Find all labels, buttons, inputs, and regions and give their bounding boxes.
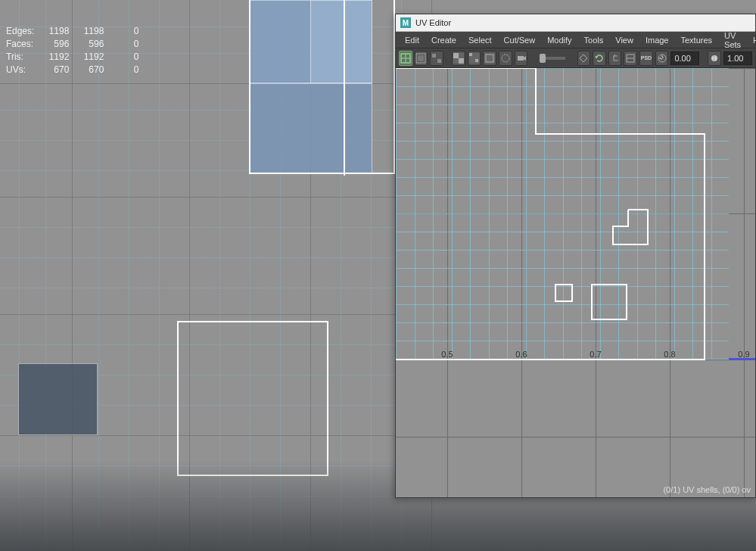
- checker-3-icon[interactable]: [483, 51, 496, 66]
- hud-row: Edges:119811980: [6, 26, 146, 37]
- uv-shell-small-l: [611, 208, 657, 250]
- menu-image[interactable]: Image: [639, 33, 675, 47]
- uv-axis-highlight: [729, 358, 755, 360]
- svg-rect-16: [518, 56, 524, 61]
- uv-status-text: (0/1) UV shells, (0/0) ov: [663, 485, 751, 494]
- uv-axis-tick: 0.8: [664, 350, 675, 359]
- svg-rect-12: [475, 59, 478, 62]
- camera-icon[interactable]: [515, 51, 528, 66]
- svg-point-15: [502, 54, 509, 62]
- refresh-icon[interactable]: [593, 51, 606, 66]
- uv-editor-menubar[interactable]: EditCreateSelectCut/SewModifyToolsViewIm…: [396, 32, 755, 48]
- isolate-icon[interactable]: [577, 51, 591, 66]
- shaded-toggle-icon[interactable]: [499, 51, 512, 66]
- svg-rect-11: [469, 53, 472, 56]
- uv-axis-tick: 0.7: [590, 350, 601, 359]
- uv-editor-title: UV Editor: [415, 18, 451, 27]
- aperture-icon[interactable]: [655, 51, 669, 66]
- uv-editor-toolbar[interactable]: PSD 0.00 1.00: [396, 48, 755, 68]
- checker-2-icon[interactable]: [468, 51, 481, 66]
- menu-textures[interactable]: Textures: [674, 33, 718, 47]
- grid-mode-3-icon[interactable]: [430, 51, 443, 66]
- hud-row: Tris:119211920: [6, 51, 146, 63]
- exposure-value-field[interactable]: 1.00: [723, 51, 752, 65]
- hud-row: Faces:5965960: [6, 39, 146, 50]
- svg-rect-8: [453, 53, 459, 58]
- uv-axis-tick: 0.5: [441, 350, 453, 359]
- svg-rect-9: [459, 58, 464, 64]
- menu-modify[interactable]: Modify: [541, 33, 577, 47]
- menu-tools[interactable]: Tools: [578, 33, 610, 47]
- polycount-hud: Edges:119811980Faces:5965960Tris:1192119…: [0, 0, 152, 91]
- uv-editor-titlebar[interactable]: M UV Editor: [396, 14, 755, 32]
- menu-create[interactable]: Create: [425, 33, 462, 47]
- psd-icon[interactable]: PSD: [639, 51, 653, 66]
- svg-rect-5: [432, 54, 436, 58]
- exposure-icon[interactable]: [708, 51, 721, 66]
- hud-row: UVs:6706700: [6, 64, 146, 76]
- menu-cut-sew[interactable]: Cut/Sew: [498, 33, 542, 47]
- menu-view[interactable]: View: [609, 33, 639, 47]
- svg-marker-17: [524, 56, 526, 61]
- uv-shell-outline: [396, 68, 755, 492]
- uv-canvas[interactable]: 0.5 0.6 0.7 0.8 0.9 (0/1) UV shells, (0/…: [396, 68, 755, 497]
- dim-value-field[interactable]: 0.00: [670, 51, 699, 65]
- undo-icon[interactable]: [608, 51, 622, 66]
- uv-shell-square-big: [591, 284, 627, 320]
- frame-icon[interactable]: [624, 51, 637, 66]
- maya-logo-icon: M: [400, 17, 411, 28]
- uv-shell-square-small: [555, 284, 573, 302]
- checker-1-icon[interactable]: [452, 51, 465, 66]
- uv-axis-tick: 0.6: [515, 350, 527, 359]
- menu-select[interactable]: Select: [462, 33, 498, 47]
- uv-editor-window[interactable]: M UV Editor EditCreateSelectCut/SewModif…: [395, 14, 756, 498]
- menu-edit[interactable]: Edit: [399, 33, 425, 47]
- grid-mode-2-icon[interactable]: [415, 51, 428, 66]
- svg-rect-4: [418, 55, 424, 61]
- menu-help[interactable]: Help: [747, 33, 756, 47]
- grid-mode-1-icon[interactable]: [399, 51, 412, 66]
- dim-slider[interactable]: [540, 57, 566, 60]
- svg-rect-6: [437, 59, 441, 63]
- menu-uv-sets[interactable]: UV Sets: [718, 29, 747, 51]
